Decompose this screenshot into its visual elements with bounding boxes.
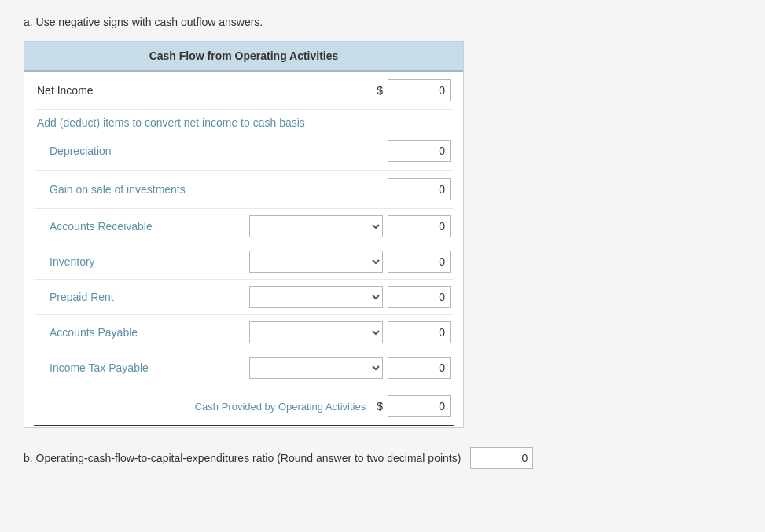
inventory-input[interactable]: [388, 251, 451, 273]
prepaid-rent-input[interactable]: [388, 286, 451, 308]
net-income-dollar: $: [377, 84, 383, 97]
instruction-b-label: b. Operating-cash-flow-to-capital-expend…: [24, 452, 461, 464]
inventory-input-group: Increase Decrease: [249, 251, 451, 273]
gain-investments-input[interactable]: [388, 178, 451, 200]
add-deduct-row: Add (deduct) items to convert net income…: [34, 110, 454, 132]
gain-investments-input-group: [388, 178, 451, 200]
income-tax-payable-input-group: Increase Decrease: [249, 357, 451, 379]
income-tax-payable-select[interactable]: Increase Decrease: [249, 357, 383, 379]
net-income-input[interactable]: [388, 79, 451, 101]
total-label: Cash Provided by Operating Activities: [195, 401, 366, 413]
total-dollar: $: [377, 400, 383, 413]
accounts-payable-input[interactable]: [388, 321, 451, 343]
income-tax-payable-row: Income Tax Payable Increase Decrease: [34, 350, 454, 387]
net-income-row: Net Income $: [34, 72, 454, 110]
income-tax-payable-input[interactable]: [388, 357, 451, 379]
section-b: b. Operating-cash-flow-to-capital-expend…: [24, 447, 741, 469]
prepaid-rent-row: Prepaid Rent Increase Decrease: [34, 280, 454, 315]
table-header: Cash Flow from Operating Activities: [24, 42, 463, 72]
gain-investments-label: Gain on sale of investments: [50, 183, 388, 196]
accounts-payable-select[interactable]: Increase Decrease: [249, 321, 383, 343]
add-deduct-label: Add (deduct) items to convert net income…: [37, 116, 305, 129]
accounts-receivable-input-group: Increase Decrease: [249, 215, 451, 237]
accounts-receivable-row: Accounts Receivable Increase Decrease: [34, 209, 454, 244]
net-income-input-group: $: [377, 79, 451, 101]
accounts-payable-row: Accounts Payable Increase Decrease: [34, 315, 454, 350]
total-input[interactable]: [388, 395, 451, 417]
depreciation-label: Depreciation: [50, 145, 388, 157]
net-income-label: Net Income: [37, 84, 377, 97]
inventory-select[interactable]: Increase Decrease: [249, 251, 383, 273]
instruction-a: a. Use negative signs with cash outflow …: [24, 16, 741, 28]
prepaid-rent-label: Prepaid Rent: [50, 291, 249, 303]
depreciation-row: Depreciation: [34, 132, 454, 171]
prepaid-rent-input-group: Increase Decrease: [249, 286, 451, 308]
accounts-receivable-input[interactable]: [388, 215, 451, 237]
cash-flow-table: Cash Flow from Operating Activities Net …: [24, 41, 464, 428]
prepaid-rent-select[interactable]: Increase Decrease: [249, 286, 383, 308]
gain-investments-row: Gain on sale of investments: [34, 171, 454, 209]
ratio-input[interactable]: [470, 447, 533, 469]
inventory-row: Inventory Increase Decrease: [34, 244, 454, 280]
accounts-receivable-label: Accounts Receivable: [50, 220, 249, 233]
accounts-payable-label: Accounts Payable: [50, 326, 249, 339]
table-body: Net Income $ Add (deduct) items to conve…: [24, 72, 463, 427]
income-tax-payable-label: Income Tax Payable: [50, 361, 249, 374]
inventory-label: Inventory: [50, 255, 249, 268]
total-row: Cash Provided by Operating Activities $: [34, 387, 454, 427]
depreciation-input-group: [388, 140, 451, 162]
accounts-receivable-select[interactable]: Increase Decrease: [249, 215, 383, 237]
accounts-payable-input-group: Increase Decrease: [249, 321, 451, 343]
depreciation-input[interactable]: [388, 140, 451, 162]
